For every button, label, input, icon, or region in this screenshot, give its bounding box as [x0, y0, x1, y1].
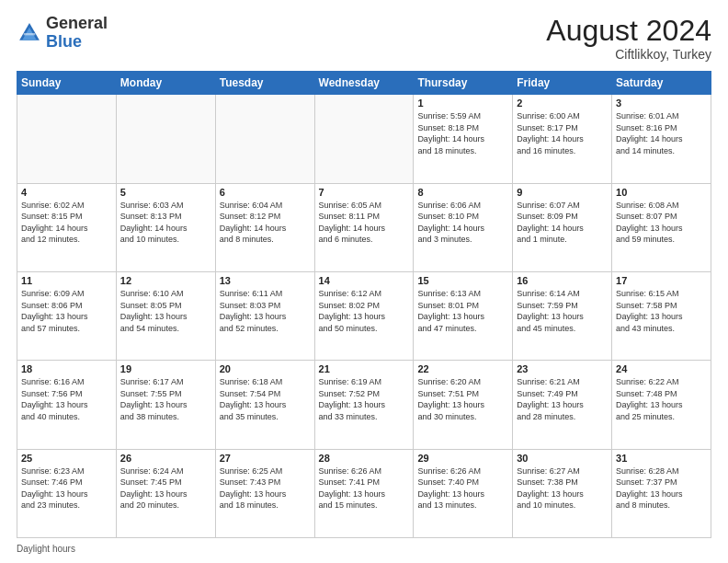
day-number: 21 [319, 363, 410, 374]
day-cell: 1Sunrise: 5:59 AMSunset: 8:18 PMDaylight… [414, 95, 513, 183]
day-info: Sunrise: 6:10 AMSunset: 8:05 PMDaylight:… [120, 288, 211, 334]
day-number: 17 [616, 275, 707, 286]
weekday-tuesday: Tuesday [215, 72, 314, 95]
day-number: 20 [220, 363, 311, 374]
day-cell: 25Sunrise: 6:23 AMSunset: 7:46 PMDayligh… [17, 449, 117, 537]
day-info: Sunrise: 6:20 AMSunset: 7:51 PMDaylight:… [417, 376, 508, 422]
day-cell: 7Sunrise: 6:05 AMSunset: 8:11 PMDaylight… [314, 183, 414, 271]
day-cell: 5Sunrise: 6:03 AMSunset: 8:13 PMDaylight… [116, 183, 215, 271]
day-info: Sunrise: 6:26 AMSunset: 7:41 PMDaylight:… [319, 465, 410, 511]
day-cell: 26Sunrise: 6:24 AMSunset: 7:45 PMDayligh… [116, 449, 215, 537]
day-info: Sunrise: 6:22 AMSunset: 7:48 PMDaylight:… [616, 376, 707, 422]
day-info: Sunrise: 6:18 AMSunset: 7:54 PMDaylight:… [220, 376, 311, 422]
day-number: 31 [616, 453, 707, 464]
week-row-1: 4Sunrise: 6:02 AMSunset: 8:15 PMDaylight… [17, 183, 711, 271]
logo-text: General Blue [46, 15, 108, 52]
weekday-thursday: Thursday [414, 72, 513, 95]
day-number: 11 [21, 275, 112, 286]
day-cell: 29Sunrise: 6:26 AMSunset: 7:40 PMDayligh… [414, 449, 513, 537]
day-cell: 13Sunrise: 6:11 AMSunset: 8:03 PMDayligh… [215, 271, 314, 360]
day-cell: 10Sunrise: 6:08 AMSunset: 8:07 PMDayligh… [612, 183, 711, 271]
day-info: Sunrise: 6:12 AMSunset: 8:02 PMDaylight:… [319, 288, 410, 334]
day-number: 16 [517, 275, 608, 286]
day-cell [116, 95, 215, 183]
day-cell: 30Sunrise: 6:27 AMSunset: 7:38 PMDayligh… [513, 449, 612, 537]
weekday-sunday: Sunday [17, 72, 117, 95]
day-number: 24 [616, 363, 707, 374]
day-number: 5 [120, 187, 211, 198]
day-info: Sunrise: 6:05 AMSunset: 8:11 PMDaylight:… [319, 200, 410, 246]
day-number: 13 [220, 275, 311, 286]
day-cell: 11Sunrise: 6:09 AMSunset: 8:06 PMDayligh… [17, 271, 117, 360]
day-cell: 21Sunrise: 6:19 AMSunset: 7:52 PMDayligh… [314, 361, 414, 449]
day-cell: 2Sunrise: 6:00 AMSunset: 8:17 PMDaylight… [513, 95, 612, 183]
day-number: 7 [319, 187, 410, 198]
day-info: Sunrise: 6:13 AMSunset: 8:01 PMDaylight:… [417, 288, 508, 334]
day-number: 28 [319, 453, 410, 464]
day-info: Sunrise: 6:06 AMSunset: 8:10 PMDaylight:… [417, 200, 508, 246]
day-info: Sunrise: 6:25 AMSunset: 7:43 PMDaylight:… [220, 465, 311, 511]
day-info: Sunrise: 6:16 AMSunset: 7:56 PMDaylight:… [21, 376, 112, 422]
day-cell: 9Sunrise: 6:07 AMSunset: 8:09 PMDaylight… [513, 183, 612, 271]
weekday-friday: Friday [513, 72, 612, 95]
footer: Daylight hours [17, 544, 711, 554]
day-info: Sunrise: 6:07 AMSunset: 8:09 PMDaylight:… [517, 200, 608, 246]
logo-icon [17, 20, 42, 46]
weekday-saturday: Saturday [612, 72, 711, 95]
day-info: Sunrise: 6:17 AMSunset: 7:55 PMDaylight:… [120, 376, 211, 422]
day-cell: 4Sunrise: 6:02 AMSunset: 8:15 PMDaylight… [17, 183, 117, 271]
day-cell: 19Sunrise: 6:17 AMSunset: 7:55 PMDayligh… [116, 361, 215, 449]
page: General Blue August 2024 Ciftlikkoy, Tur… [0, 0, 728, 563]
day-info: Sunrise: 6:27 AMSunset: 7:38 PMDaylight:… [517, 465, 608, 511]
day-cell: 22Sunrise: 6:20 AMSunset: 7:51 PMDayligh… [414, 361, 513, 449]
day-info: Sunrise: 6:15 AMSunset: 7:58 PMDaylight:… [616, 288, 707, 334]
day-cell: 23Sunrise: 6:21 AMSunset: 7:49 PMDayligh… [513, 361, 612, 449]
day-info: Sunrise: 5:59 AMSunset: 8:18 PMDaylight:… [417, 110, 508, 156]
day-info: Sunrise: 6:08 AMSunset: 8:07 PMDaylight:… [616, 200, 707, 246]
day-number: 1 [417, 98, 508, 109]
day-cell: 16Sunrise: 6:14 AMSunset: 7:59 PMDayligh… [513, 271, 612, 360]
day-info: Sunrise: 6:19 AMSunset: 7:52 PMDaylight:… [319, 376, 410, 422]
location: Ciftlikkoy, Turkey [546, 47, 711, 62]
day-cell: 17Sunrise: 6:15 AMSunset: 7:58 PMDayligh… [612, 271, 711, 360]
day-number: 10 [616, 187, 707, 198]
calendar-table: SundayMondayTuesdayWednesdayThursdayFrid… [17, 71, 711, 538]
day-info: Sunrise: 6:23 AMSunset: 7:46 PMDaylight:… [21, 465, 112, 511]
day-info: Sunrise: 6:14 AMSunset: 7:59 PMDaylight:… [517, 288, 608, 334]
weekday-monday: Monday [116, 72, 215, 95]
logo-general: General [46, 14, 108, 32]
header: General Blue August 2024 Ciftlikkoy, Tur… [17, 15, 711, 62]
day-cell: 18Sunrise: 6:16 AMSunset: 7:56 PMDayligh… [17, 361, 117, 449]
day-number: 26 [120, 453, 211, 464]
day-info: Sunrise: 6:02 AMSunset: 8:15 PMDaylight:… [21, 200, 112, 246]
day-info: Sunrise: 6:21 AMSunset: 7:49 PMDaylight:… [517, 376, 608, 422]
day-cell [215, 95, 314, 183]
day-number: 9 [517, 187, 608, 198]
day-cell: 20Sunrise: 6:18 AMSunset: 7:54 PMDayligh… [215, 361, 314, 449]
month-year: August 2024 [546, 15, 711, 47]
week-row-2: 11Sunrise: 6:09 AMSunset: 8:06 PMDayligh… [17, 271, 711, 360]
day-number: 15 [417, 275, 508, 286]
day-cell: 12Sunrise: 6:10 AMSunset: 8:05 PMDayligh… [116, 271, 215, 360]
week-row-0: 1Sunrise: 5:59 AMSunset: 8:18 PMDaylight… [17, 95, 711, 183]
day-info: Sunrise: 6:01 AMSunset: 8:16 PMDaylight:… [616, 110, 707, 156]
day-info: Sunrise: 6:11 AMSunset: 8:03 PMDaylight:… [220, 288, 311, 334]
day-number: 12 [120, 275, 211, 286]
day-cell: 31Sunrise: 6:28 AMSunset: 7:37 PMDayligh… [612, 449, 711, 537]
day-cell: 27Sunrise: 6:25 AMSunset: 7:43 PMDayligh… [215, 449, 314, 537]
day-number: 8 [417, 187, 508, 198]
daylight-label: Daylight hours [17, 544, 75, 554]
day-number: 18 [21, 363, 112, 374]
day-number: 25 [21, 453, 112, 464]
day-number: 29 [417, 453, 508, 464]
svg-rect-2 [24, 33, 35, 35]
weekday-header-row: SundayMondayTuesdayWednesdayThursdayFrid… [17, 72, 711, 95]
day-info: Sunrise: 6:28 AMSunset: 7:37 PMDaylight:… [616, 465, 707, 511]
logo-blue: Blue [46, 32, 82, 51]
day-number: 6 [220, 187, 311, 198]
day-info: Sunrise: 6:04 AMSunset: 8:12 PMDaylight:… [220, 200, 311, 246]
day-number: 23 [517, 363, 608, 374]
week-row-3: 18Sunrise: 6:16 AMSunset: 7:56 PMDayligh… [17, 361, 711, 449]
day-cell: 28Sunrise: 6:26 AMSunset: 7:41 PMDayligh… [314, 449, 414, 537]
day-cell: 3Sunrise: 6:01 AMSunset: 8:16 PMDaylight… [612, 95, 711, 183]
